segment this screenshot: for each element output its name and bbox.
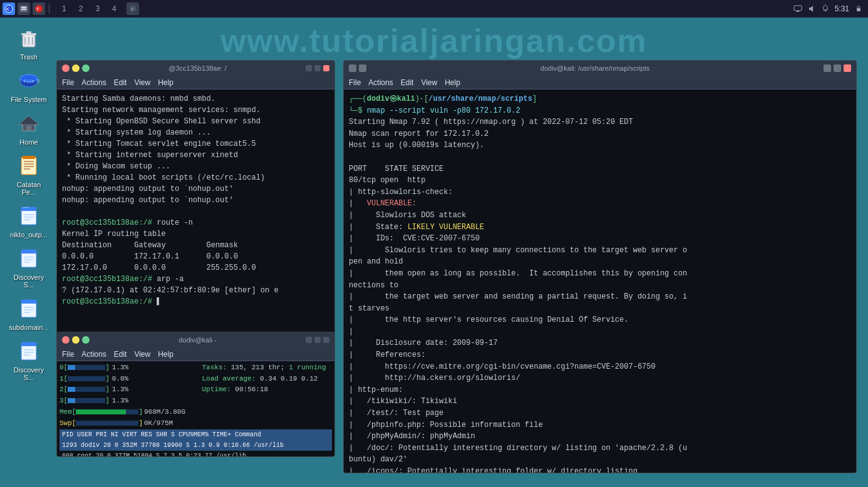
discovery1-label: Discovery S... bbox=[9, 274, 49, 289]
taskbar-app-browser[interactable]: F bbox=[33, 3, 45, 15]
taskbar-app-files[interactable] bbox=[18, 3, 30, 15]
svg-rect-10 bbox=[797, 11, 799, 12]
terminal-bottomleft: dodiv@kali - File Actions Edit View Help… bbox=[56, 332, 335, 457]
terminal-r-btn-1[interactable] bbox=[349, 64, 356, 72]
discovery2-label: Discovery S... bbox=[9, 366, 49, 381]
terminal-topleft-right-btns bbox=[306, 65, 329, 71]
menu-view-tl[interactable]: View bbox=[134, 78, 150, 87]
terminal-bl-title: dodiv@kali - bbox=[93, 336, 302, 344]
workspace-2[interactable]: 2 bbox=[75, 3, 87, 14]
desktop-icon-catatan[interactable]: Catatan Pe... bbox=[6, 150, 51, 200]
htop-row-1: 1293 dodiv 20 0 352M 37780 19900 S 1.3 0… bbox=[59, 440, 332, 451]
svg-rect-42 bbox=[21, 250, 36, 254]
menu-help-r[interactable]: Help bbox=[445, 78, 460, 87]
terminal-bl-btn-2[interactable] bbox=[314, 337, 321, 343]
taskbar-workspaces: 1 2 3 4 bbox=[58, 3, 120, 14]
svg-rect-3 bbox=[21, 7, 26, 8]
svg-rect-47 bbox=[21, 300, 36, 304]
close-button-bl[interactable] bbox=[62, 336, 70, 344]
lock-icon bbox=[854, 4, 863, 13]
svg-marker-28 bbox=[19, 116, 39, 125]
htop-row-2: 608 root 20 0 377M 51804 S 7 3.5 0:23.77… bbox=[59, 451, 332, 456]
htop-header: PID USER PRI NI VIRT RES SHR S CPU%MEM% … bbox=[59, 429, 332, 440]
terminal-bl-right-btns bbox=[306, 337, 329, 343]
desktop-icon-subdomains[interactable]: subdomain... bbox=[6, 292, 51, 335]
svg-rect-34 bbox=[23, 156, 35, 159]
taskbar-app-extra[interactable]: ⚡ bbox=[127, 3, 139, 15]
desktop-icon-filesystem[interactable]: File System File System bbox=[6, 64, 51, 107]
menu-view-bl[interactable]: View bbox=[134, 350, 150, 359]
filesystem-icon: File System bbox=[16, 68, 41, 93]
menu-edit-r[interactable]: Edit bbox=[401, 78, 414, 87]
discovery1-icon bbox=[16, 246, 41, 271]
terminal-bl-btn-3[interactable] bbox=[323, 337, 329, 343]
menu-help-bl[interactable]: Help bbox=[158, 350, 173, 359]
maximize-button-bl[interactable] bbox=[82, 336, 90, 344]
desktop-icon-home[interactable]: Home bbox=[6, 107, 51, 150]
desktop-icon-discovery1[interactable]: Discovery S... bbox=[6, 242, 51, 292]
taskbar-left: K F 1 2 3 4 ⚡ bbox=[0, 3, 139, 15]
terminal-r-close-3[interactable] bbox=[844, 64, 851, 72]
terminal-bl-menubar: File Actions Edit View Help bbox=[57, 347, 334, 361]
menu-actions-tl[interactable]: Actions bbox=[81, 78, 106, 87]
desktop-icon-nikto[interactable]: nikto_outp... bbox=[6, 200, 51, 242]
svg-rect-12 bbox=[825, 10, 826, 11]
terminal-r-title: dodiv@kali: /usr/share/nmap/scripts bbox=[370, 64, 820, 72]
desktop-icon-trash[interactable]: Trash bbox=[6, 22, 51, 64]
terminal-r-close-2[interactable] bbox=[834, 64, 841, 72]
notification-icon bbox=[821, 4, 830, 13]
terminal-r-btn-2[interactable] bbox=[359, 64, 366, 72]
taskbar-app-kali[interactable]: K bbox=[3, 3, 15, 15]
terminal-btn-2[interactable] bbox=[314, 65, 321, 71]
svg-rect-16 bbox=[26, 31, 31, 34]
terminal-bl-btn-1[interactable] bbox=[306, 337, 312, 343]
terminal-btn-3[interactable] bbox=[323, 65, 329, 71]
menu-actions-r[interactable]: Actions bbox=[368, 78, 393, 87]
nikto-icon bbox=[16, 203, 41, 228]
svg-marker-11 bbox=[809, 6, 813, 12]
home-icon bbox=[16, 111, 41, 136]
menu-view-r[interactable]: View bbox=[421, 78, 437, 87]
svg-rect-4 bbox=[21, 9, 26, 10]
svg-text:K: K bbox=[6, 6, 9, 12]
terminal-bl-content[interactable]: 0[]1.3% 1[]0.0% 2[]1.3% 3[]1.3% Mem[]968… bbox=[57, 361, 334, 456]
terminal-r-content[interactable]: ┌──(dodiv㉿kali)-[/usr/share/nmap/scripts… bbox=[344, 90, 856, 473]
nikto-label: nikto_outp... bbox=[10, 231, 48, 238]
workspace-1[interactable]: 1 bbox=[58, 3, 70, 14]
discovery2-icon bbox=[16, 339, 41, 364]
home-label: Home bbox=[19, 138, 38, 146]
terminal-topleft-title: @3cc135b138ae: / bbox=[93, 64, 302, 72]
terminal-btn-1[interactable] bbox=[306, 65, 312, 71]
menu-file-tl[interactable]: File bbox=[62, 78, 74, 87]
menu-edit-bl[interactable]: Edit bbox=[114, 350, 127, 359]
terminal-topleft-content[interactable]: Starting Samba daemons: nmbd smbd. Start… bbox=[57, 90, 334, 335]
terminal-r-titlebar: dodiv@kali: /usr/share/nmap/scripts bbox=[344, 61, 856, 76]
terminal-r-close-1[interactable] bbox=[824, 64, 831, 72]
subdomains-label: subdomain... bbox=[9, 324, 49, 331]
menu-actions-bl[interactable]: Actions bbox=[81, 350, 106, 359]
terminal-r-menubar: File Actions Edit View Help bbox=[344, 76, 856, 90]
taskbar: K F 1 2 3 4 ⚡ 5:31 bbox=[0, 0, 868, 18]
workspace-4[interactable]: 4 bbox=[108, 3, 120, 14]
workspace-3[interactable]: 3 bbox=[91, 3, 103, 14]
svg-rect-40 bbox=[23, 207, 29, 208]
svg-rect-29 bbox=[21, 157, 36, 175]
svg-text:F: F bbox=[37, 6, 40, 12]
terminal-topleft-menubar: File Actions Edit View Help bbox=[57, 76, 334, 90]
svg-rect-27 bbox=[26, 126, 31, 131]
svg-text:⚡: ⚡ bbox=[131, 7, 133, 12]
minimize-button-tl[interactable] bbox=[72, 64, 80, 72]
terminal-topleft: @3cc135b138ae: / File Actions Edit View … bbox=[56, 60, 335, 336]
minimize-button-bl[interactable] bbox=[72, 336, 80, 344]
close-button-tl[interactable] bbox=[62, 64, 70, 72]
filesystem-label: File System bbox=[11, 96, 46, 103]
maximize-button-tl[interactable] bbox=[82, 64, 90, 72]
desktop-icon-discovery2[interactable]: Discovery S... bbox=[6, 335, 51, 385]
volume-icon bbox=[807, 4, 816, 13]
desktop-icons: Trash File System File System Home bbox=[6, 22, 51, 385]
menu-edit-tl[interactable]: Edit bbox=[114, 78, 127, 87]
menu-file-r[interactable]: File bbox=[349, 78, 361, 87]
watermark: www.tutorialjaringan.com bbox=[0, 22, 868, 59]
menu-help-tl[interactable]: Help bbox=[158, 78, 173, 87]
menu-file-bl[interactable]: File bbox=[62, 350, 74, 359]
